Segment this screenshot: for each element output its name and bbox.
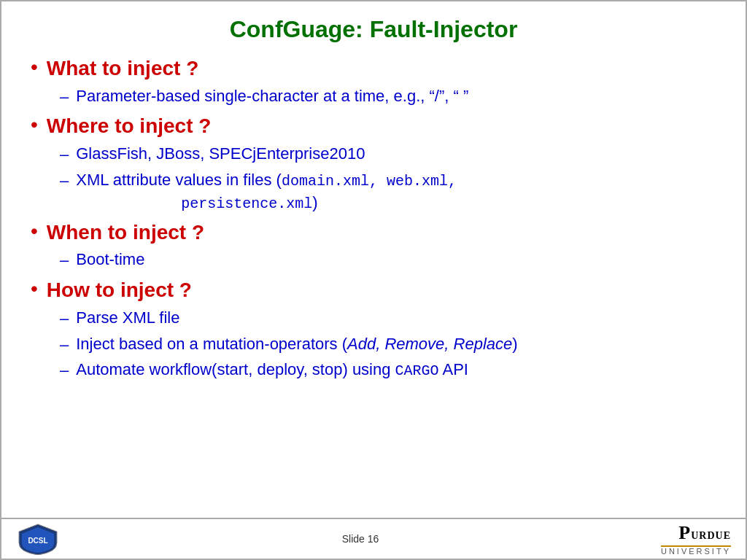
sub-dash-how-1: – bbox=[60, 308, 69, 330]
bullet-item-how: • How to inject ? – Parse XML file – Inj… bbox=[31, 278, 716, 382]
bullet-item-when: • When to inject ? – Boot-time bbox=[31, 220, 716, 272]
sub-text-when-1: Boot-time bbox=[76, 249, 144, 271]
bullet-item-what: • What to inject ? – Parameter-based sin… bbox=[31, 56, 716, 108]
sub-dash-where-2: – bbox=[60, 170, 69, 192]
sub-dash-how-3: – bbox=[60, 359, 69, 382]
sub-text-where-2: XML attribute values in files (domain.xm… bbox=[76, 169, 457, 214]
slide-title: ConfGuage: Fault-Injector bbox=[31, 16, 716, 43]
sub-item-how-3: – Automate workflow(start, deploy, stop)… bbox=[60, 359, 716, 382]
bullet-text-when: When to inject ? bbox=[47, 220, 204, 245]
sub-item-where-2: – XML attribute values in files (domain.… bbox=[60, 169, 716, 214]
sub-dash-how-2: – bbox=[60, 334, 69, 357]
mono-where-2: domain.xml, web.xml, persistence.xml bbox=[76, 173, 457, 212]
sub-text-where-1: GlassFish, JBoss, SPECjEnterprise2010 bbox=[76, 143, 365, 166]
slide-container: ConfGuage: Fault-Injector • What to inje… bbox=[0, 0, 747, 560]
slide-content: ConfGuage: Fault-Injector • What to inje… bbox=[1, 1, 746, 518]
bullet-dot-how: • bbox=[31, 276, 38, 301]
sub-item-where-1: – GlassFish, JBoss, SPECjEnterprise2010 bbox=[60, 143, 716, 166]
purdue-logo: Purdue University bbox=[661, 522, 731, 556]
purdue-name: Purdue bbox=[678, 522, 731, 544]
sub-item-when-1: – Boot-time bbox=[60, 249, 716, 272]
sub-text-how-1: Parse XML file bbox=[76, 307, 179, 330]
footer-left: DCSL bbox=[16, 523, 60, 555]
italic-how-2: Add, Remove, Replace bbox=[347, 335, 512, 353]
bullet-text-where: Where to inject ? bbox=[47, 114, 212, 139]
bullet-dot-where: • bbox=[31, 112, 38, 137]
sub-dash-when-1: – bbox=[60, 249, 69, 272]
footer-slide-number: Slide 16 bbox=[342, 533, 379, 545]
sub-item-what-1: – Parameter-based single-character at a … bbox=[60, 85, 716, 109]
sub-list-how: – Parse XML file – Inject based on a mut… bbox=[60, 307, 716, 382]
sub-list-when: – Boot-time bbox=[60, 249, 716, 272]
sub-text-how-3: Automate workflow(start, deploy, stop) u… bbox=[76, 359, 468, 381]
sub-item-how-2: – Inject based on a mutation-operators (… bbox=[60, 333, 716, 357]
sub-list-where: – GlassFish, JBoss, SPECjEnterprise2010 … bbox=[60, 143, 716, 214]
bullet-text-what: What to inject ? bbox=[47, 56, 198, 81]
sub-dash: – bbox=[60, 86, 69, 109]
sub-text-how-2: Inject based on a mutation-operators (Ad… bbox=[76, 333, 517, 356]
svg-text:DCSL: DCSL bbox=[28, 537, 47, 545]
bullet-text-how: How to inject ? bbox=[47, 278, 192, 303]
bullet-item-where: • Where to inject ? – GlassFish, JBoss, … bbox=[31, 114, 716, 214]
sub-item-how-1: – Parse XML file bbox=[60, 307, 716, 330]
sub-text-what-1: Parameter-based single-character at a ti… bbox=[76, 85, 468, 108]
slide-footer: DCSL Slide 16 Purdue University bbox=[1, 518, 746, 559]
sub-dash-where-1: – bbox=[60, 144, 69, 166]
purdue-university: University bbox=[661, 547, 731, 556]
mono-how-3: CARGO bbox=[395, 362, 439, 379]
bullet-dot-when: • bbox=[31, 219, 38, 244]
dcsl-logo-icon: DCSL bbox=[16, 523, 60, 555]
sub-list-what: – Parameter-based single-character at a … bbox=[60, 85, 716, 109]
bullet-list: • What to inject ? – Parameter-based sin… bbox=[31, 56, 716, 382]
bullet-dot-what: • bbox=[31, 55, 38, 79]
